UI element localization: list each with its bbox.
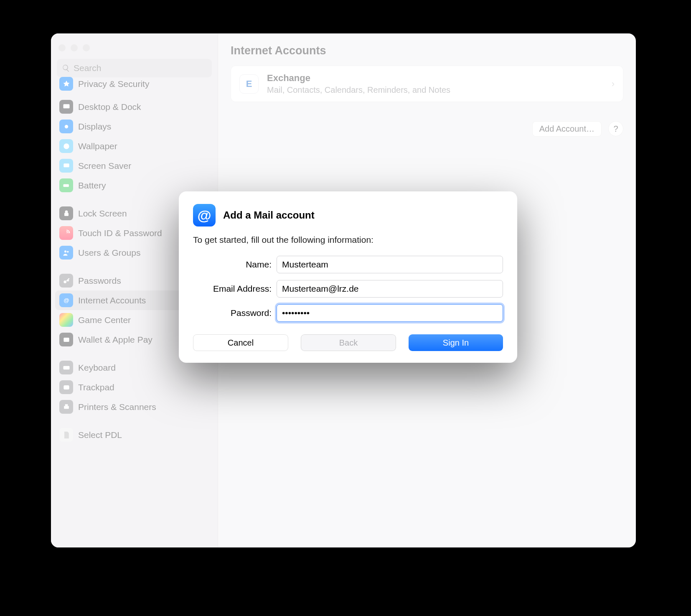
svg-rect-4 — [63, 184, 69, 187]
mail-at-icon: @ — [193, 204, 216, 227]
sidebar-item-label: Battery — [78, 181, 106, 191]
password-label: Password: — [193, 308, 277, 318]
add-mail-account-dialog: @ Add a Mail account To get started, fil… — [179, 191, 517, 363]
add-account-button[interactable]: Add Account… — [532, 121, 602, 137]
search-icon — [62, 64, 70, 72]
svg-point-8 — [64, 280, 66, 283]
zoom-window-icon[interactable] — [83, 44, 90, 51]
svg-rect-5 — [64, 213, 69, 216]
sidebar-item-label: Wallpaper — [78, 141, 117, 151]
battery-icon — [59, 178, 73, 192]
sidebar-item-label: Game Center — [78, 315, 131, 325]
svg-point-1 — [64, 125, 68, 128]
name-label: Name: — [193, 260, 277, 270]
sidebar-item-label: Desktop & Dock — [78, 102, 141, 112]
sidebar-item-displays[interactable]: Displays — [55, 117, 213, 136]
dialog-description: To get started, fill out the following i… — [193, 235, 503, 245]
close-window-icon[interactable] — [58, 44, 66, 51]
password-field[interactable] — [277, 304, 503, 322]
sidebar-item-label: Lock Screen — [78, 209, 127, 219]
svg-rect-12 — [64, 385, 69, 389]
svg-rect-10 — [64, 338, 69, 342]
svg-text:@: @ — [64, 297, 69, 303]
sidebar-item-label: Screen Saver — [78, 161, 131, 171]
dialog-title: Add a Mail account — [223, 209, 315, 221]
gamecenter-icon — [59, 313, 73, 327]
help-button[interactable]: ? — [608, 121, 623, 136]
svg-rect-3 — [64, 163, 69, 167]
sidebar-item-label: Touch ID & Password — [78, 228, 162, 238]
sidebar-item-label: Printers & Scanners — [78, 402, 156, 412]
sidebar-item-label: Users & Groups — [78, 248, 140, 258]
users-icon — [59, 246, 73, 260]
account-row-exchange[interactable]: E Exchange Mail, Contacts, Calendars, Re… — [231, 66, 623, 102]
key-icon — [59, 274, 73, 288]
account-services: Mail, Contacts, Calendars, Reminders, an… — [267, 85, 450, 95]
sidebar-item-label: Privacy & Security — [78, 79, 149, 89]
svg-rect-0 — [63, 104, 69, 108]
sidebar-item-label: Passwords — [78, 276, 121, 286]
hand-icon — [59, 77, 73, 91]
account-name: Exchange — [267, 73, 450, 84]
screensaver-icon — [59, 159, 73, 173]
desktop-icon — [59, 100, 73, 114]
page-title: Internet Accounts — [231, 44, 623, 57]
name-field[interactable] — [277, 256, 503, 273]
email-label: Email Address: — [193, 284, 277, 294]
email-field[interactable] — [277, 280, 503, 298]
back-button: Back — [301, 334, 396, 351]
sidebar-item-desktop-dock[interactable]: Desktop & Dock — [55, 97, 213, 117]
document-icon — [59, 428, 73, 442]
displays-icon — [59, 120, 73, 133]
sidebar-item-label: Internet Accounts — [78, 295, 146, 305]
exchange-icon: E — [239, 74, 259, 94]
svg-rect-13 — [64, 406, 69, 409]
wallpaper-icon — [59, 139, 73, 153]
keyboard-icon — [59, 361, 73, 374]
printer-icon — [59, 400, 73, 414]
svg-rect-11 — [63, 366, 69, 369]
svg-point-6 — [64, 250, 66, 252]
sidebar-item-wallpaper[interactable]: Wallpaper — [55, 136, 213, 156]
sidebar-item-screen-saver[interactable]: Screen Saver — [55, 156, 213, 176]
trackpad-icon — [59, 380, 73, 394]
svg-point-2 — [64, 143, 69, 149]
sidebar-item-label: Wallet & Apple Pay — [78, 335, 152, 345]
svg-point-7 — [67, 251, 69, 252]
sidebar-item-label: Displays — [78, 122, 111, 132]
sidebar-item-label: Select PDL — [78, 430, 122, 440]
sign-in-button[interactable]: Sign In — [409, 334, 503, 351]
minimize-window-icon[interactable] — [71, 44, 78, 51]
window-controls — [55, 38, 213, 59]
sidebar-item-trackpad[interactable]: Trackpad — [55, 377, 213, 397]
chevron-right-icon: › — [612, 79, 615, 89]
svg-rect-14 — [65, 404, 68, 406]
at-icon: @ — [59, 293, 73, 307]
sidebar-item-label: Trackpad — [78, 382, 114, 392]
fingerprint-icon — [59, 226, 73, 240]
sidebar-item-printers[interactable]: Printers & Scanners — [55, 397, 213, 417]
search-input[interactable] — [74, 63, 207, 73]
sidebar-item-privacy[interactable]: Privacy & Security — [55, 74, 213, 94]
cancel-button[interactable]: Cancel — [193, 334, 288, 351]
lock-icon — [59, 206, 73, 220]
sidebar-item-label: Keyboard — [78, 363, 116, 373]
sidebar-item-select-pdl[interactable]: Select PDL — [55, 425, 213, 445]
wallet-icon — [59, 333, 73, 346]
